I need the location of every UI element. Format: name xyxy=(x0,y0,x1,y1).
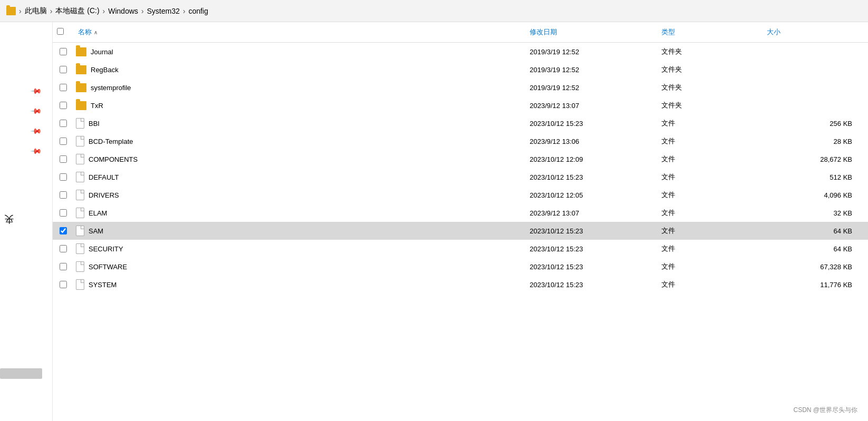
table-row[interactable]: TxR2023/9/12 13:07文件夹 xyxy=(53,96,868,114)
checkbox-col xyxy=(53,102,74,109)
file-icon xyxy=(76,208,84,218)
table-row[interactable]: systemprofile2019/3/19 12:52文件夹 xyxy=(53,79,868,96)
file-icon xyxy=(76,190,84,200)
date-header[interactable]: 修改日期 xyxy=(525,25,657,39)
folder-icon xyxy=(76,83,86,92)
table-row[interactable]: RegBack2019/3/19 12:52文件夹 xyxy=(53,61,868,79)
file-name-label: BCD-Template xyxy=(89,138,133,145)
table-row[interactable]: DRIVERS2023/10/12 12:05文件4,096 KB xyxy=(53,186,868,204)
file-date: 2019/3/19 12:52 xyxy=(525,66,657,74)
breadcrumb-system32[interactable]: System32 xyxy=(147,7,180,15)
file-name-col: COMPONENTS xyxy=(74,154,525,164)
file-name-col: DRIVERS xyxy=(74,190,525,200)
breadcrumb-windows[interactable]: Windows xyxy=(108,7,138,15)
table-row[interactable]: COMPONENTS2023/10/12 12:09文件28,672 KB xyxy=(53,150,868,168)
sidebar-scrollbar[interactable] xyxy=(0,368,42,379)
checkbox-header[interactable] xyxy=(53,26,74,38)
file-size: 256 KB xyxy=(763,120,868,128)
file-type: 文件 xyxy=(657,208,763,218)
breadcrumb-folder-icon xyxy=(6,7,16,15)
file-date: 2023/9/12 13:06 xyxy=(525,138,657,145)
file-icon xyxy=(76,279,84,290)
row-checkbox[interactable] xyxy=(60,155,67,163)
row-checkbox[interactable] xyxy=(60,84,67,91)
table-row[interactable]: DEFAULT2023/10/12 15:23文件512 KB xyxy=(53,168,868,186)
size-header[interactable]: 大小 xyxy=(763,25,868,39)
row-checkbox[interactable] xyxy=(60,173,67,181)
row-checkbox[interactable] xyxy=(60,227,67,234)
file-size: 32 KB xyxy=(763,209,868,217)
breadcrumb-config[interactable]: config xyxy=(189,7,208,15)
file-name-label: SOFTWARE xyxy=(89,263,127,271)
file-name-col: SYSTEM xyxy=(74,279,525,290)
file-icon xyxy=(76,154,84,164)
file-size: 4,096 KB xyxy=(763,191,868,199)
file-date: 2023/10/12 15:23 xyxy=(525,173,657,181)
file-icon xyxy=(76,261,84,272)
main-area: 📌 📌 📌 📌 夹 名称 ∧ 修改日期 类型 大小 xyxy=(0,22,868,421)
checkbox-col xyxy=(53,191,74,199)
file-type: 文件夹 xyxy=(657,47,763,56)
file-name-col: TxR xyxy=(74,101,525,110)
table-row[interactable]: SOFTWARE2023/10/12 15:23文件67,328 KB xyxy=(53,258,868,276)
file-name-label: SECURITY xyxy=(89,245,123,253)
file-icon xyxy=(76,243,84,254)
row-checkbox[interactable] xyxy=(60,245,67,252)
breadcrumb-pc[interactable]: 此电脑 xyxy=(25,6,47,16)
table-row[interactable]: Journal2019/3/19 12:52文件夹 xyxy=(53,43,868,61)
file-size: 11,776 KB xyxy=(763,281,868,289)
type-header[interactable]: 类型 xyxy=(657,25,763,39)
table-row[interactable]: BBI2023/10/12 15:23文件256 KB xyxy=(53,114,868,132)
checkbox-col xyxy=(53,48,74,55)
pin-icon-1[interactable]: 📌 xyxy=(29,83,44,98)
file-name-col: SECURITY xyxy=(74,243,525,254)
title-bar: › 此电脑 › 本地磁盘 (C:) › Windows › System32 ›… xyxy=(0,0,868,22)
file-date: 2023/10/12 15:23 xyxy=(525,120,657,128)
file-name-label: DEFAULT xyxy=(89,173,119,181)
pin-icon-2[interactable]: 📌 xyxy=(29,103,44,118)
row-checkbox[interactable] xyxy=(60,281,67,288)
file-name-label: COMPONENTS xyxy=(89,155,138,163)
breadcrumb-c[interactable]: 本地磁盘 (C:) xyxy=(55,6,99,16)
pin-icon-3[interactable]: 📌 xyxy=(29,123,44,138)
file-date: 2023/10/12 15:23 xyxy=(525,263,657,271)
row-checkbox[interactable] xyxy=(60,120,67,127)
left-category-label: 夹 xyxy=(0,227,18,237)
row-checkbox[interactable] xyxy=(60,191,67,199)
sort-arrow-icon: ∧ xyxy=(94,30,97,35)
name-header[interactable]: 名称 ∧ xyxy=(74,25,525,39)
row-checkbox[interactable] xyxy=(60,48,67,55)
file-size: 67,328 KB xyxy=(763,263,868,271)
file-date: 2023/10/12 15:23 xyxy=(525,281,657,289)
table-row[interactable]: SYSTEM2023/10/12 15:23文件11,776 KB xyxy=(53,276,868,293)
file-icon xyxy=(76,136,84,146)
file-name-col: ELAM xyxy=(74,208,525,218)
file-icon xyxy=(76,226,84,236)
file-icon xyxy=(76,172,84,182)
table-row[interactable]: SECURITY2023/10/12 15:23文件64 KB xyxy=(53,240,868,258)
table-row[interactable]: BCD-Template2023/9/12 13:06文件28 KB xyxy=(53,132,868,150)
file-name-label: Journal xyxy=(91,48,113,56)
pin-icon-4[interactable]: 📌 xyxy=(29,143,44,158)
file-name-label: DRIVERS xyxy=(89,191,119,199)
file-size: 28 KB xyxy=(763,138,868,145)
table-row[interactable]: SAM2023/10/12 15:23文件64 KB xyxy=(53,222,868,240)
row-checkbox[interactable] xyxy=(60,263,67,270)
checkbox-col xyxy=(53,84,74,91)
file-type: 文件 xyxy=(657,280,763,289)
row-checkbox[interactable] xyxy=(60,66,67,73)
file-name-label: BBI xyxy=(89,120,100,128)
checkbox-col xyxy=(53,209,74,217)
row-checkbox[interactable] xyxy=(60,209,67,217)
file-list-area: 名称 ∧ 修改日期 类型 大小 Journal2019/3/19 12:52文件… xyxy=(53,22,868,421)
checkbox-col xyxy=(53,263,74,270)
table-row[interactable]: ELAM2023/9/12 13:07文件32 KB xyxy=(53,204,868,222)
file-icon xyxy=(76,118,84,129)
row-checkbox[interactable] xyxy=(60,138,67,145)
row-checkbox[interactable] xyxy=(60,102,67,109)
select-all-checkbox[interactable] xyxy=(57,28,64,35)
folder-icon xyxy=(76,47,86,56)
column-headers: 名称 ∧ 修改日期 类型 大小 xyxy=(53,22,868,43)
file-rows: Journal2019/3/19 12:52文件夹RegBack2019/3/1… xyxy=(53,43,868,421)
checkbox-col xyxy=(53,155,74,163)
